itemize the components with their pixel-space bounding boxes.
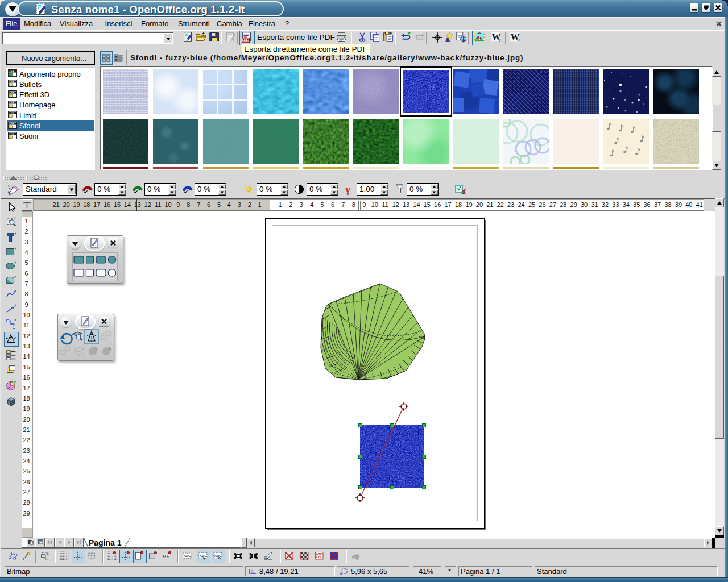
svg-text:?: ?	[498, 38, 501, 43]
svg-text:ABC: ABC	[184, 554, 191, 558]
svg-text:ABC: ABC	[200, 554, 207, 558]
svg-text:XYZ: XYZ	[316, 555, 322, 559]
